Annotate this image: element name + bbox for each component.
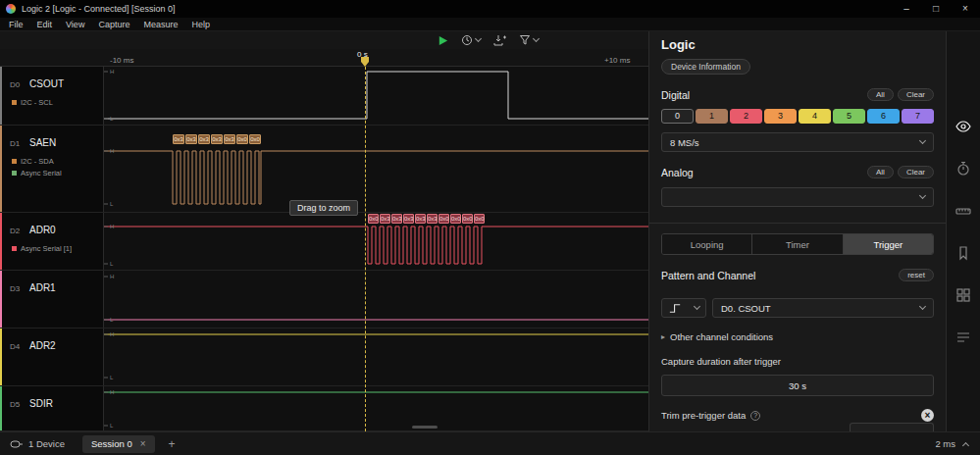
timer-mode-dropdown[interactable] bbox=[461, 34, 481, 46]
sidebar-annotations-button[interactable] bbox=[954, 244, 972, 262]
reset-button[interactable]: reset bbox=[899, 269, 934, 281]
menu-item-file[interactable]: File bbox=[2, 20, 30, 29]
sidebar-capture-button[interactable] bbox=[954, 118, 972, 135]
trim-pretrigger-toggle[interactable]: × bbox=[921, 409, 934, 422]
digital-channel-7[interactable]: 7 bbox=[902, 109, 934, 124]
sidebar-measurements-button[interactable] bbox=[954, 202, 972, 220]
partial-dropdown[interactable] bbox=[850, 423, 934, 431]
analog-all-button[interactable]: All bbox=[867, 166, 894, 178]
channel-waveform[interactable]: HL bbox=[103, 329, 648, 385]
device-selector[interactable]: 1 Device bbox=[10, 438, 65, 449]
decoded-byte[interactable]: 0x0 bbox=[438, 214, 449, 224]
decoded-byte[interactable]: 0x3 bbox=[173, 134, 184, 144]
digital-channel-2[interactable]: 2 bbox=[730, 109, 762, 124]
ruler-icon bbox=[955, 203, 971, 219]
analog-section-label: Analog bbox=[661, 167, 694, 178]
channel-label[interactable]: D2ADR0 Async Serial [1] bbox=[0, 213, 103, 270]
menu-item-edit[interactable]: Edit bbox=[30, 20, 60, 29]
digital-channel-6[interactable]: 6 bbox=[867, 109, 900, 124]
decoded-byte[interactable]: 0x3 bbox=[427, 214, 438, 224]
session-tab-label: Session 0 bbox=[91, 438, 132, 449]
analyzer-label[interactable]: Async Serial bbox=[10, 169, 103, 177]
decoded-byte[interactable]: 0x0 bbox=[450, 214, 461, 224]
chevron-down-icon bbox=[919, 303, 926, 310]
menu-item-capture[interactable]: Capture bbox=[91, 20, 136, 29]
close-session-icon[interactable]: × bbox=[140, 438, 146, 449]
analyzer-label[interactable]: I2C - SCL bbox=[10, 98, 103, 107]
trigger-channel-select[interactable]: D0. CSOUT bbox=[712, 298, 934, 318]
help-icon[interactable]: ? bbox=[750, 411, 760, 421]
digital-channel-buttons: 01234567 bbox=[661, 109, 934, 124]
digital-clear-button[interactable]: Clear bbox=[898, 88, 934, 101]
filter-dropdown[interactable] bbox=[519, 34, 539, 46]
trigger-edge-select[interactable] bbox=[661, 298, 706, 318]
tab-looping[interactable]: Looping bbox=[662, 234, 752, 254]
capture-duration-input[interactable]: 30 s bbox=[661, 375, 934, 396]
analyzer-color-swatch bbox=[12, 159, 17, 164]
analog-clear-button[interactable]: Clear bbox=[898, 166, 934, 178]
decoded-byte[interactable]: 0x3 bbox=[380, 214, 390, 224]
new-session-button[interactable]: + bbox=[165, 437, 180, 451]
grid-icon bbox=[955, 287, 971, 303]
menu-item-help[interactable]: Help bbox=[184, 20, 217, 29]
menu-item-measure[interactable]: Measure bbox=[136, 20, 184, 29]
maximize-button[interactable]: □ bbox=[921, 0, 951, 18]
analyzer-label[interactable]: Async Serial [1] bbox=[10, 244, 103, 253]
digital-channel-3[interactable]: 3 bbox=[764, 109, 797, 124]
sidebar-analyzers-button[interactable] bbox=[954, 160, 972, 177]
digital-channel-1[interactable]: 1 bbox=[696, 109, 728, 124]
analog-sample-rate-select[interactable] bbox=[661, 187, 934, 207]
session-tab[interactable]: Session 0 × bbox=[82, 435, 155, 453]
decoded-byte[interactable]: 0x3 bbox=[391, 214, 402, 224]
minimize-button[interactable]: – bbox=[892, 0, 921, 18]
device-information-button[interactable]: Device Information bbox=[661, 59, 750, 75]
decoded-byte[interactable]: 0x3 bbox=[224, 134, 235, 144]
tab-trigger[interactable]: Trigger bbox=[844, 234, 933, 254]
channel-label[interactable]: D3ADR1 bbox=[0, 271, 103, 328]
menu-item-view[interactable]: View bbox=[59, 20, 91, 29]
digital-all-button[interactable]: All bbox=[867, 88, 894, 101]
decoded-byte[interactable]: 0x0 bbox=[249, 134, 261, 144]
sidebar-notes-button[interactable] bbox=[954, 329, 972, 346]
play-button[interactable] bbox=[438, 35, 448, 46]
channel-label[interactable]: D4ADR2 bbox=[0, 329, 103, 385]
tab-timer[interactable]: Timer bbox=[752, 234, 843, 254]
clock-icon bbox=[461, 34, 473, 46]
channel-name: ADR2 bbox=[29, 340, 56, 351]
channel-waveform[interactable]: HL bbox=[103, 67, 648, 125]
digital-channel-4[interactable]: 4 bbox=[799, 109, 831, 124]
digital-sample-rate-select[interactable]: 8 MS/s bbox=[661, 132, 934, 152]
digital-channel-5[interactable]: 5 bbox=[833, 109, 865, 124]
decoded-byte[interactable]: 0x3 bbox=[415, 214, 426, 224]
decoded-byte[interactable]: 0x3 bbox=[403, 214, 414, 224]
decoded-byte[interactable]: 0x0 bbox=[236, 134, 248, 144]
channel-label[interactable]: D5SDIR bbox=[0, 386, 103, 430]
channel-label[interactable]: D1SAEN I2C - SDAAsync Serial bbox=[0, 126, 103, 212]
timeline-ruler[interactable]: -10 ms0 s+10 ms bbox=[0, 49, 648, 67]
decoded-byte[interactable]: 0x0 bbox=[474, 214, 485, 224]
decoded-byte[interactable]: 0x3 bbox=[211, 134, 223, 144]
zoom-indicator[interactable]: 2 ms bbox=[935, 438, 968, 449]
close-button[interactable]: × bbox=[951, 0, 980, 18]
digital-section-label: Digital bbox=[661, 89, 690, 101]
export-data-button[interactable] bbox=[493, 34, 506, 46]
sidebar-extensions-button[interactable] bbox=[954, 286, 972, 304]
trigger-marker[interactable] bbox=[361, 57, 369, 67]
trigger-marker-line bbox=[365, 67, 366, 431]
channel-waveform[interactable]: HL bbox=[103, 271, 648, 328]
channel-waveform[interactable]: HL 0x00x30x30x30x30x30x00x00x00x0 bbox=[103, 213, 648, 270]
decoded-byte[interactable]: 0x3 bbox=[185, 134, 197, 144]
waveform-svg: HL bbox=[104, 271, 648, 329]
other-channel-conditions-toggle[interactable]: ▸ Other channel conditions bbox=[661, 331, 934, 342]
channel-waveform[interactable]: HL bbox=[103, 386, 648, 430]
analyzer-label[interactable]: I2C - SDA bbox=[10, 157, 103, 166]
decoded-byte[interactable]: 0x3 bbox=[198, 134, 210, 144]
horizontal-scrollbar-thumb[interactable] bbox=[412, 426, 438, 429]
decoded-byte[interactable]: 0x0 bbox=[462, 214, 473, 224]
channel-waveform[interactable]: HL 0x30x30x30x30x30x00x0 bbox=[103, 126, 648, 212]
capture-duration-label: Capture duration after trigger bbox=[661, 356, 934, 367]
channel-label[interactable]: D0CSOUT I2C - SCL bbox=[0, 67, 103, 125]
svg-text:H: H bbox=[110, 331, 114, 337]
decoded-byte[interactable]: 0x0 bbox=[368, 214, 379, 224]
digital-channel-0[interactable]: 0 bbox=[661, 109, 694, 124]
